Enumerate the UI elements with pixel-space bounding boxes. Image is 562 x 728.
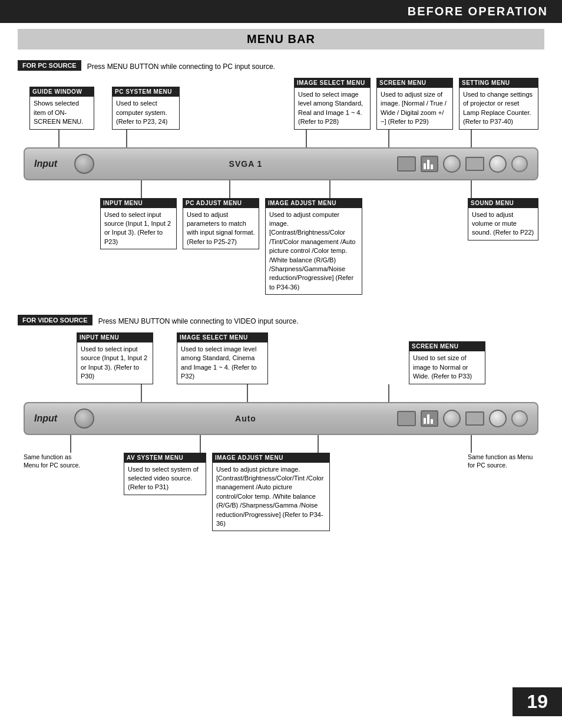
bar-center-display: SVGA 1 [99,159,392,169]
video-bar-center-display: Auto [99,414,392,423]
input-menu-pc-box: INPUT MENU Used to select input source (… [100,198,177,250]
pc-system-menu-box: PC SYSTEM MENU Used to select computer s… [112,87,180,129]
video-menu-icon-rect [465,411,484,426]
screen-menu-pc-box: SCREEN MENU Used to adjust size of image… [376,78,453,130]
video-menu-icon-circle-3 [511,410,528,427]
menu-icon-circle-2 [489,155,507,173]
video-menu-icon-circle-1 [443,410,461,427]
menu-bar-title: MENU BAR [18,29,544,50]
video-menu-icon-doc [397,411,416,426]
image-select-menu-video-box: IMAGE SELECT MENU Used to select image l… [177,332,268,384]
pc-projector-bar: Input SVGA 1 [24,147,538,180]
screen-menu-video-box: SCREEN MENU Used to set size of image to… [409,341,485,384]
video-knob-icon [74,409,94,429]
setting-menu-box: SETTING MENU Used to change settings of … [459,78,538,130]
menu-icon-circle-3 [511,156,528,172]
image-adjust-menu-video-box: IMAGE ADJUST MENU Used to adjust picture… [212,453,330,532]
video-source-label: FOR VIDEO SOURCE [18,315,92,325]
image-adjust-menu-pc-box: IMAGE ADJUST MENU Used to adjust compute… [265,198,362,295]
menu-icon-doc [397,156,416,172]
input-menu-video-box: INPUT MENU Used to select input source (… [77,332,153,384]
same-function-right-box: Same function as Menu for PC source. [468,453,538,470]
page-header: BEFORE OPERATION [0,0,562,23]
pc-bar-input-label: Input [34,159,70,169]
video-menu-icon-circle-2 [489,410,507,427]
video-menu-icon-chart [421,410,438,427]
pc-adjust-menu-box: PC ADJUST MENU Used to adjust parameters… [183,198,259,250]
knob-icon-1 [74,154,94,174]
image-select-menu-pc-box: IMAGE SELECT MENU Used to select image l… [294,78,371,130]
guide-window-box: GUIDE WINDOW Shows selected item of ON-S… [29,87,94,129]
page-number: 19 [513,687,562,716]
menu-icon-circle-1 [443,155,461,173]
same-function-left-box: Same function as Menu for PC source. [24,453,82,470]
video-projector-bar: Input Auto [24,402,538,435]
video-bar-input-label: Input [34,413,70,424]
menu-icon-rect [465,157,484,171]
pc-source-label: FOR PC SOURCE [18,60,81,71]
sound-menu-box: SOUND MENU Used to adjust volume or mute… [468,198,538,241]
pc-source-section: FOR PC SOURCE Press MENU BUTTON while co… [18,60,544,295]
pc-source-description: Press MENU BUTTON while connecting to PC… [87,62,275,71]
menu-icon-chart [421,156,438,172]
av-system-menu-box: AV SYSTEM MENU Used to select system of … [124,453,206,495]
video-source-section: FOR VIDEO SOURCE Press MENU BUTTON while… [18,315,544,531]
video-source-description: Press MENU BUTTON while connecting to VI… [98,317,299,325]
